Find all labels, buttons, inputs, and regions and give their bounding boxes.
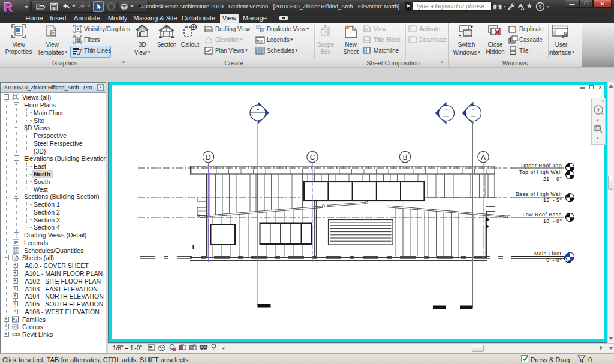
svg-text:A: A	[481, 154, 486, 161]
svg-text:D: D	[206, 154, 210, 161]
svg-text:0' - 0": 0' - 0"	[546, 257, 562, 263]
svg-text:C: C	[310, 154, 315, 161]
svg-text:Main Floor: Main Floor	[534, 251, 562, 257]
svg-text:Base of High Wall: Base of High Wall	[516, 191, 562, 197]
svg-text:Low Roof Base: Low Roof Base	[523, 212, 562, 218]
svg-text:10' - 0": 10' - 0"	[543, 218, 562, 224]
svg-text:21' - 0": 21' - 0"	[543, 176, 562, 182]
svg-text:?: ?	[538, 4, 542, 10]
svg-text:15' - 5": 15' - 5"	[543, 197, 562, 203]
svg-text:Top of High Wall: Top of High Wall	[519, 169, 562, 175]
svg-text:B: B	[403, 154, 408, 161]
svg-text:Upper Roof Top: Upper Roof Top	[521, 163, 562, 169]
